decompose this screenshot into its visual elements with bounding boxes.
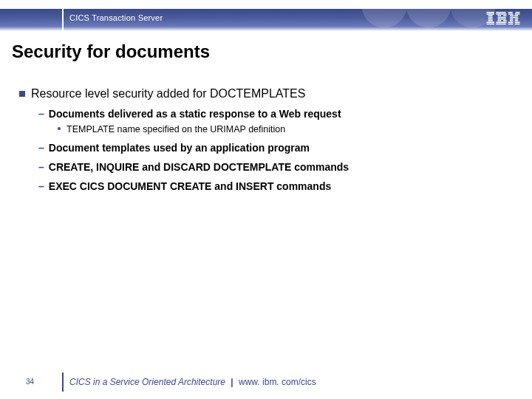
svg-rect-5 (488, 20, 493, 21)
bullet-text: Documents delivered as a static response… (49, 108, 341, 120)
svg-rect-25 (510, 18, 514, 20)
svg-rect-17 (496, 24, 506, 25)
svg-rect-23 (514, 16, 518, 17)
footer-text: CICS in a Service Oriented Architecture … (69, 377, 316, 387)
svg-rect-19 (516, 12, 520, 13)
svg-rect-4 (488, 18, 493, 20)
bullet-text: EXEC CICS DOCUMENT CREATE and INSERT com… (49, 180, 331, 192)
svg-rect-24 (510, 17, 518, 18)
svg-rect-8 (496, 12, 506, 13)
footer-divider (62, 372, 64, 392)
slide-title: Security for documents (12, 41, 210, 62)
dash-bullet-icon: – (38, 142, 44, 154)
page-number: 34 (26, 378, 34, 386)
svg-rect-13 (498, 18, 506, 20)
svg-rect-30 (515, 22, 520, 24)
header-divider (62, 9, 64, 31)
dash-bullet-icon: – (38, 161, 44, 173)
footer-tagline: CICS in a Service Oriented Architecture (69, 377, 225, 387)
bullet-text: Document templates used by an applicatio… (49, 142, 310, 154)
dash-bullet-icon: – (38, 180, 44, 192)
footer-url: www. ibm. com/cics (239, 377, 316, 387)
svg-rect-21 (515, 13, 520, 15)
svg-rect-9 (496, 13, 506, 15)
bullet-level2: –CREATE, INQUIRE and DISCARD DOCTEMPLATE… (38, 161, 517, 173)
svg-rect-14 (498, 20, 502, 21)
dash-bullet-icon: – (38, 108, 44, 120)
bullet-level1: Resource level security added for DOCTEM… (19, 87, 517, 100)
svg-rect-1 (487, 13, 495, 15)
svg-rect-11 (503, 16, 507, 17)
bullet-text: Resource level security added for DOCTEM… (31, 87, 305, 100)
svg-rect-16 (496, 22, 506, 24)
svg-rect-18 (508, 12, 513, 13)
bullet-level2: –Document templates used by an applicati… (38, 142, 517, 154)
bullet-text: TEMPLATE name specified on the URIMAP de… (66, 124, 285, 134)
svg-rect-20 (508, 13, 514, 15)
svg-rect-22 (510, 16, 514, 17)
bullet-level2: –EXEC CICS DOCUMENT CREATE and INSERT co… (38, 180, 517, 192)
svg-rect-28 (515, 20, 519, 21)
svg-rect-0 (487, 12, 495, 13)
header-product-title: CICS Transaction Server (69, 13, 163, 22)
bullet-level2: –Documents delivered as a static respons… (38, 108, 517, 120)
svg-rect-31 (508, 24, 514, 25)
svg-rect-6 (487, 22, 495, 24)
svg-rect-15 (503, 20, 507, 21)
dot-bullet-icon (58, 127, 61, 130)
ibm-logo-icon (486, 12, 520, 25)
header-band: CICS Transaction Server (0, 9, 532, 31)
content-body: Resource level security added for DOCTEM… (19, 77, 517, 195)
svg-rect-29 (508, 22, 514, 24)
svg-rect-10 (498, 16, 502, 17)
svg-rect-2 (488, 16, 493, 17)
bullet-text: CREATE, INQUIRE and DISCARD DOCTEMPLATE … (49, 161, 349, 173)
square-bullet-icon (19, 91, 25, 97)
footer-separator-icon: | (231, 377, 233, 387)
svg-rect-26 (515, 18, 519, 20)
svg-rect-32 (515, 24, 520, 25)
bullet-level3: TEMPLATE name specified on the URIMAP de… (58, 124, 517, 134)
svg-rect-12 (498, 17, 506, 18)
svg-rect-3 (488, 17, 493, 18)
svg-rect-27 (510, 20, 514, 21)
svg-rect-7 (487, 24, 495, 25)
